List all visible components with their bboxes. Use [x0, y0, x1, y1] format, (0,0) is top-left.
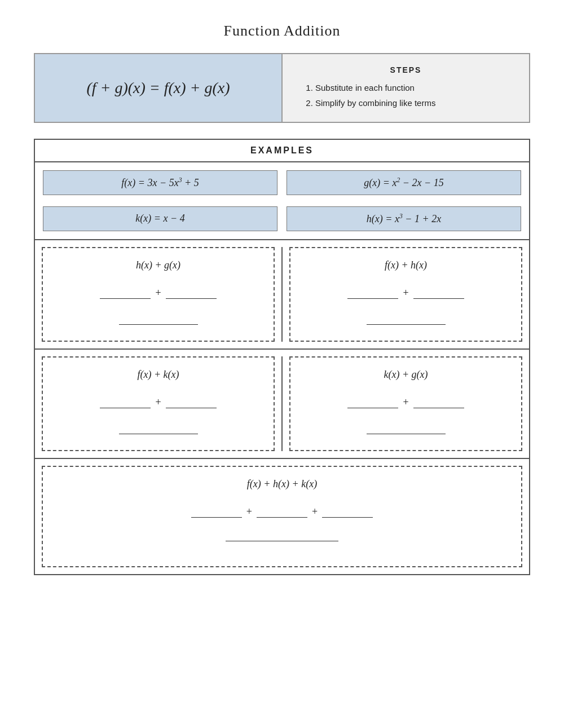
blank-1b[interactable]	[166, 288, 217, 299]
blank-4a[interactable]	[347, 397, 398, 408]
problem-1-answer-row	[119, 311, 198, 327]
blank-1a[interactable]	[100, 288, 151, 299]
problem-3-title: f(x) + k(x)	[137, 369, 179, 381]
practice-cell-p4: k(x) + g(x) +	[289, 356, 522, 451]
blank-1-answer[interactable]	[119, 314, 198, 325]
problem-2-blank-row: +	[347, 287, 464, 299]
problem-2-answer-row	[367, 311, 446, 327]
page-title: Function Addition	[34, 23, 530, 39]
func-row-1: f(x) = 3x − 5x3 + 5 g(x) = x2 − 2x − 15	[35, 165, 529, 201]
blank-4-answer[interactable]	[367, 423, 446, 434]
blank-3b[interactable]	[166, 397, 217, 408]
blank-3-answer[interactable]	[119, 423, 198, 434]
blank-2b[interactable]	[413, 288, 464, 299]
practice-row-2: f(x) + k(x) + k(x) + g(x) +	[35, 350, 529, 459]
steps-box: STEPS Substitute in each function Simpli…	[283, 54, 529, 122]
problem-2-title: f(x) + h(x)	[385, 259, 427, 271]
func-g-def: g(x) = x2 − 2x − 15	[287, 170, 521, 195]
formula-box: (f + g)(x) = f(x) + g(x)	[35, 54, 283, 122]
practice-grid: h(x) + g(x) + f(x) + h(x) +	[35, 240, 529, 574]
blank-3a[interactable]	[100, 397, 151, 408]
problem-5-blank-row: + +	[191, 506, 373, 518]
practice-cell-p5: f(x) + h(x) + k(x) + +	[42, 466, 522, 567]
blank-2a[interactable]	[347, 288, 398, 299]
blank-4b[interactable]	[413, 397, 464, 408]
problem-4-answer-row	[367, 421, 446, 436]
vertical-divider-2	[281, 356, 283, 451]
main-examples-box: EXAMPLES f(x) = 3x − 5x3 + 5 g(x) = x2 −…	[34, 139, 530, 575]
practice-cell-p2: f(x) + h(x) +	[289, 247, 522, 342]
steps-title: STEPS	[299, 65, 512, 74]
func-f-def: f(x) = 3x − 5x3 + 5	[43, 170, 277, 195]
problem-5-answer-row	[226, 530, 338, 544]
problem-3-answer-row	[119, 421, 198, 436]
formula-text: (f + g)(x) = f(x) + g(x)	[86, 79, 230, 97]
blank-5c[interactable]	[322, 506, 373, 518]
blank-5a[interactable]	[191, 506, 242, 518]
practice-cell-p3: f(x) + k(x) +	[42, 356, 275, 451]
problem-1-blank-row: +	[100, 287, 216, 299]
problem-1-title: h(x) + g(x)	[136, 259, 180, 271]
practice-row-1: h(x) + g(x) + f(x) + h(x) +	[35, 240, 529, 350]
vertical-divider-1	[281, 247, 283, 342]
problem-4-blank-row: +	[347, 396, 464, 408]
practice-cell-p1: h(x) + g(x) +	[42, 247, 275, 342]
problem-5-title: f(x) + h(x) + k(x)	[247, 478, 317, 490]
practice-row-3: f(x) + h(x) + k(x) + +	[35, 459, 529, 574]
func-row-2: k(x) = x − 4 h(x) = x3 − 1 + 2x	[35, 201, 529, 237]
func-h-def: h(x) = x3 − 1 + 2x	[287, 206, 521, 231]
blank-5-answer[interactable]	[226, 530, 338, 541]
func-k-def: k(x) = x − 4	[43, 206, 277, 231]
blank-5b[interactable]	[257, 506, 307, 518]
examples-title: EXAMPLES	[35, 140, 529, 162]
problem-4-title: k(x) + g(x)	[384, 369, 428, 381]
blank-2-answer[interactable]	[367, 314, 446, 325]
steps-list: Substitute in each function Simplify by …	[299, 80, 512, 111]
step-1: Substitute in each function	[315, 80, 512, 95]
step-2: Simplify by combining like terms	[315, 95, 512, 111]
function-definitions: f(x) = 3x − 5x3 + 5 g(x) = x2 − 2x − 15 …	[35, 162, 529, 240]
problem-3-blank-row: +	[100, 396, 216, 408]
top-info-box: (f + g)(x) = f(x) + g(x) STEPS Substitut…	[34, 53, 530, 123]
